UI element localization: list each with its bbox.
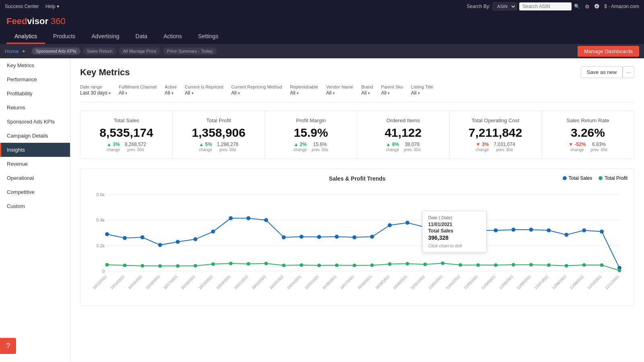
breadcrumb-pill-4[interactable]: Price Summary - Today (163, 47, 217, 55)
sidebar-item-operational[interactable]: Operational (0, 171, 70, 185)
account-label[interactable]: $ - Amazon.com (604, 4, 639, 9)
manage-dashboards-button[interactable]: Manage Dashboards (578, 46, 639, 57)
filter-fulfillment-label: Fulfillment Channel (119, 84, 157, 89)
breadcrumb-pill-1[interactable]: Sponsored Ads KPIs (32, 47, 80, 55)
filter-brand-arrow: ▾ (368, 91, 370, 95)
asin-select[interactable]: ASIN (493, 2, 517, 10)
sidebar-item-custom[interactable]: Custom (0, 199, 70, 213)
svg-point-64 (565, 264, 568, 267)
filter-repricing-method: Current Repricing Method All ▾ (231, 84, 282, 96)
legend-dot-profit (599, 176, 603, 180)
metrics-row: Total Sales 8,535,174 ▲ 3% change 8,268,… (80, 111, 634, 159)
svg-text:11/05/2021: 11/05/2021 (498, 274, 514, 290)
metric-prev-val-1: 1,288,276 (217, 142, 238, 147)
success-center-link[interactable]: Success Center (5, 4, 39, 9)
svg-point-33 (547, 229, 550, 232)
filter-active-select[interactable]: All ▾ (165, 90, 177, 96)
sidebar-item-profitability[interactable]: Profitability (0, 86, 70, 101)
filter-is-repriced-select[interactable]: All ▾ (185, 90, 223, 96)
filter-vendor-name-select[interactable]: All ▾ (326, 90, 353, 96)
sidebar-item-revenue[interactable]: Revenue (0, 157, 70, 171)
nav-tab-data[interactable]: Data (128, 30, 156, 44)
search-input[interactable] (519, 2, 572, 10)
breadcrumb-pill-3[interactable]: All Manage Price (119, 47, 160, 55)
metric-card-0[interactable]: Total Sales 8,535,174 ▲ 3% change 8,268,… (80, 111, 173, 158)
metric-card-1[interactable]: Total Profit 1,358,906 ▲ 5% change 1,288… (173, 111, 265, 158)
svg-point-49 (300, 263, 303, 267)
sidebar-item-campaign-details[interactable]: Campaign Details (0, 129, 70, 143)
chart-title: Sales & Profit Trends (87, 175, 627, 182)
svg-point-14 (211, 230, 215, 233)
svg-point-13 (194, 238, 197, 241)
svg-point-66 (600, 263, 603, 267)
svg-point-43 (194, 264, 197, 267)
metric-value-0: 8,535,174 (85, 126, 167, 139)
sidebar-item-competitive[interactable]: Competitive (0, 185, 70, 199)
save-as-new-button[interactable]: Save as new (581, 66, 623, 78)
sidebar-item-insights[interactable]: Insights (0, 143, 70, 157)
nav-tab-actions[interactable]: Actions (155, 30, 190, 44)
svg-point-47 (264, 262, 268, 265)
sidebar-item-returns[interactable]: Returns (0, 101, 70, 115)
filter-brand-select[interactable]: All ▾ (361, 90, 373, 96)
breadcrumb-pill-2[interactable]: Sales Return (83, 47, 117, 55)
filter-repricing-method-arrow: ▾ (238, 91, 240, 95)
svg-text:10/17/2021: 10/17/2021 (163, 274, 178, 290)
filter-replenishable-select[interactable]: All ▾ (290, 90, 318, 96)
metric-change-row-2: ▲ 2% change 15.6% prev. 30d (270, 142, 352, 152)
filter-repricing-method-select[interactable]: All ▾ (231, 90, 282, 96)
metric-title-5: Sales Return Rate (547, 117, 629, 123)
filter-listing-title-select[interactable]: All ▾ (411, 90, 433, 96)
svg-point-44 (211, 263, 215, 266)
metric-change-label-3: change (386, 148, 399, 152)
filter-vendor-name-arrow: ▾ (333, 91, 335, 95)
svg-point-20 (318, 235, 321, 239)
search-icon[interactable]: 🔍 (574, 4, 580, 9)
nav-tab-products[interactable]: Products (45, 30, 83, 44)
settings-icon[interactable]: ⚙ (585, 4, 590, 10)
filter-vendor-name-label: Vendor Name (326, 84, 353, 89)
svg-point-24 (388, 224, 391, 227)
svg-point-48 (282, 264, 285, 267)
more-options-button[interactable]: ··· (623, 66, 634, 78)
metric-card-3[interactable]: Ordered Items 41,122 ▲ 8% change 38,078 … (357, 111, 450, 158)
metric-change-3: ▲ 8% change (386, 142, 399, 152)
metric-value-3: 41,122 (362, 126, 444, 139)
account-icon: 🅐 (594, 4, 599, 9)
filter-listing-title: Listing Title All ▾ (411, 84, 433, 96)
nav-tab-advertising[interactable]: Advertising (83, 30, 127, 44)
metric-change-row-1: ▲ 5% change 1,288,276 prev. 30d (178, 142, 260, 152)
svg-point-62 (530, 263, 533, 266)
svg-point-19 (300, 235, 303, 239)
svg-text:10/22/2021: 10/22/2021 (251, 274, 267, 290)
metric-card-2[interactable]: Profit Margin 15.9% ▲ 2% change 15.6% pr… (265, 111, 357, 158)
sidebar-item-key-metrics[interactable]: Key Metrics (0, 58, 70, 72)
sidebar-item-sponsored-ads[interactable]: Sponsored Ads KPIs (0, 115, 70, 129)
svg-text:11/07/2021: 11/07/2021 (534, 274, 549, 290)
help-button[interactable]: ? (0, 338, 16, 354)
svg-point-40 (141, 264, 144, 267)
nav-tab-analytics[interactable]: Analytics (6, 30, 45, 44)
svg-point-9 (123, 237, 126, 240)
nav-tab-settings[interactable]: Settings (190, 30, 227, 44)
svg-text:10/25/2021: 10/25/2021 (304, 274, 320, 290)
filter-parent-sku-select[interactable]: All ▾ (381, 90, 403, 96)
sidebar-item-performance[interactable]: Performance (0, 72, 70, 86)
svg-point-31 (512, 228, 515, 231)
home-link[interactable]: Home (5, 48, 19, 54)
metric-prev-val-2: 15.6% (313, 142, 327, 147)
filter-replenishable-label: Replenishable (290, 84, 318, 89)
add-dashboard-button[interactable]: + (22, 48, 25, 54)
metric-card-4[interactable]: Total Operating Cost 7,211,842 ▼ 3% chan… (450, 111, 542, 158)
chart-container[interactable]: 00.2k0.4k0.6k10/13/202110/14/202110/15/2… (87, 187, 627, 299)
metric-card-5[interactable]: Sales Return Rate 3.26% ▼ -52% change 6.… (542, 111, 634, 158)
help-menu[interactable]: Help ▾ (45, 4, 60, 9)
svg-point-25 (406, 221, 409, 224)
search-by-label: Search By: (467, 4, 491, 9)
filter-date-range-select[interactable]: Last 30 days ▾ (80, 90, 111, 96)
svg-text:0.4k: 0.4k (96, 218, 105, 222)
filter-fulfillment-select[interactable]: All ▾ (119, 90, 157, 96)
breadcrumb-pills: Sponsored Ads KPIs Sales Return All Mana… (32, 47, 217, 55)
metric-prev-2: 15.6% prev. 30d (312, 142, 328, 152)
metric-title-2: Profit Margin (270, 117, 352, 123)
